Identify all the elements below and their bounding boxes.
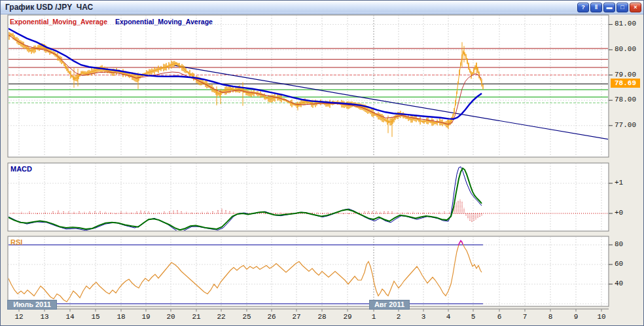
chart-window: График USD /JPY ЧАС ? ‖ ▬ □ × Exponentia…: [0, 0, 644, 326]
help-button[interactable]: ?: [577, 3, 589, 12]
last-price-badge: 78.69: [611, 79, 640, 88]
month-label-july: Июль 2011: [7, 300, 57, 310]
chart-canvas[interactable]: [1, 1, 644, 326]
pause-button[interactable]: ‖: [590, 3, 602, 12]
month-label-august: Авг 2011: [369, 300, 410, 310]
macd-panel-label: MACD: [10, 165, 32, 173]
rsi-panel-label: RSI: [10, 238, 22, 246]
window-title: График USD /JPY ЧАС: [5, 3, 93, 12]
ema-slow-legend-label: Exponential_Moving_Average: [115, 18, 213, 26]
minimize-button[interactable]: ▬: [603, 3, 615, 12]
maximize-button[interactable]: □: [617, 3, 628, 12]
indicator-legend: Exponential_Moving_Average Exponential_M…: [10, 18, 219, 26]
window-buttons: ? ‖ ▬ □ ×: [577, 3, 641, 12]
window-titlebar[interactable]: График USD /JPY ЧАС ? ‖ ▬ □ ×: [1, 1, 643, 14]
ema-fast-legend-label: Exponential_Moving_Average: [10, 18, 107, 26]
close-button[interactable]: ×: [630, 3, 641, 12]
